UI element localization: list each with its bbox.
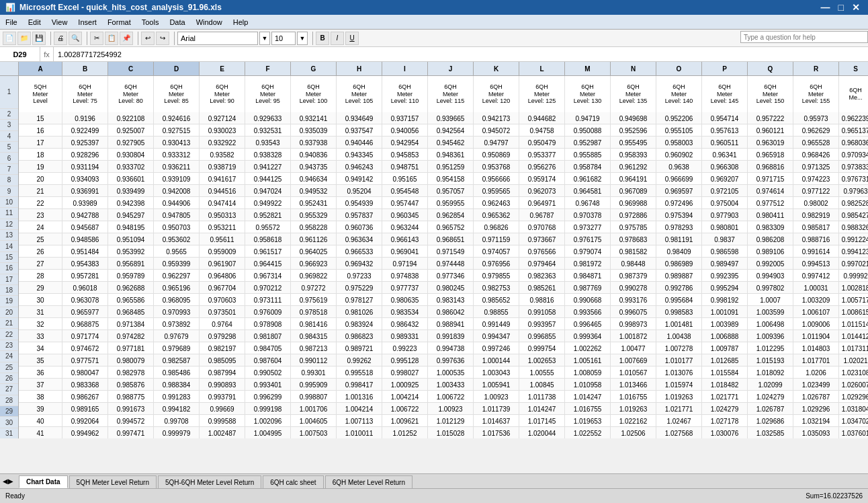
cell[interactable]: 0.952987 xyxy=(565,137,611,149)
cell[interactable]: 1.024279 xyxy=(748,391,793,403)
cell[interactable]: 1.009787 xyxy=(702,342,748,354)
cell[interactable]: 0.936211 xyxy=(154,161,200,173)
cell[interactable]: 0.983309 xyxy=(748,221,793,233)
cell[interactable]: 0.944906 xyxy=(154,197,200,209)
cell[interactable]: 1.014412 xyxy=(839,330,868,342)
cell[interactable]: 0.953602 xyxy=(154,233,200,245)
cell[interactable]: 0.95611 xyxy=(200,233,245,245)
cell[interactable]: 0.980245 xyxy=(428,282,474,294)
cell[interactable]: 0.966923 xyxy=(291,258,337,270)
cell[interactable]: 0.977122 xyxy=(793,185,839,197)
cell[interactable]: 1.003209 xyxy=(793,294,839,306)
cell[interactable]: 0.994903 xyxy=(748,270,793,282)
cell[interactable]: 0.962463 xyxy=(474,197,519,209)
cell[interactable]: 0.965586 xyxy=(108,294,154,306)
cell[interactable]: 0.968875 xyxy=(62,318,108,330)
print-button[interactable]: 🖨 xyxy=(54,32,67,45)
cell[interactable]: 0.934649 xyxy=(337,112,382,124)
cell[interactable]: 0.996299 xyxy=(245,391,291,403)
cell[interactable]: 0.961126 xyxy=(291,233,337,245)
menu-data[interactable]: Data xyxy=(164,17,190,28)
cell[interactable]: 0.971325 xyxy=(793,161,839,173)
cell[interactable]: 0.985652 xyxy=(474,294,519,306)
cell[interactable]: 0.974282 xyxy=(108,330,154,342)
cell[interactable]: 0.986267 xyxy=(62,391,108,403)
cell[interactable]: 1.015193 xyxy=(748,354,793,366)
cell[interactable]: 0.942564 xyxy=(428,124,474,137)
cell[interactable]: 0.980635 xyxy=(382,294,428,306)
cell[interactable]: 0.966308 xyxy=(702,161,748,173)
cell[interactable]: 0.976009 xyxy=(245,306,291,318)
formula-content[interactable]: 1.00287717254992 xyxy=(54,50,868,59)
tab-6qh-calc[interactable]: 6QH calc sheet xyxy=(263,475,323,488)
cell[interactable]: 1.002818 xyxy=(839,282,868,294)
col-header-f[interactable]: F xyxy=(245,62,291,75)
col-header-q[interactable]: Q xyxy=(748,62,793,75)
cell[interactable]: 0.969988 xyxy=(611,197,656,209)
cell[interactable]: 0.99992 xyxy=(839,270,868,282)
cell[interactable]: 1.029296 xyxy=(839,391,868,403)
cell[interactable]: 0.944516 xyxy=(200,185,245,197)
cell[interactable]: 0.99669 xyxy=(200,403,245,415)
cell[interactable]: 0.948751 xyxy=(382,161,428,173)
cell[interactable]: 0.988716 xyxy=(793,233,839,245)
col-header-a[interactable]: A xyxy=(19,62,62,75)
cell[interactable]: 0.994182 xyxy=(154,403,200,415)
cell[interactable]: 0.996465 xyxy=(565,318,611,330)
cell[interactable]: 0.949142 xyxy=(337,173,382,185)
cell[interactable]: 0.987604 xyxy=(245,354,291,366)
cell[interactable]: 0.927124 xyxy=(200,112,245,124)
cell[interactable]: 0.9565 xyxy=(154,245,200,258)
cell[interactable]: 0.94719 xyxy=(565,112,611,124)
col-header-p[interactable]: P xyxy=(702,62,748,75)
cell[interactable]: 0.942398 xyxy=(108,197,154,209)
cell[interactable]: 0.935039 xyxy=(291,124,337,137)
cell[interactable]: 0.978127 xyxy=(337,294,382,306)
cell[interactable]: 0.972886 xyxy=(611,209,656,221)
cell[interactable]: 35 xyxy=(19,354,62,366)
cell[interactable]: 0.975004 xyxy=(702,197,748,209)
cell[interactable]: 0.97194 xyxy=(382,258,428,270)
cell-reference[interactable]: D29 xyxy=(0,47,40,62)
cell[interactable]: 20 xyxy=(19,173,62,185)
cell[interactable]: 0.938328 xyxy=(245,149,291,161)
cell[interactable]: 0.931194 xyxy=(62,161,108,173)
cell[interactable]: 1.00845 xyxy=(519,379,565,391)
cell[interactable]: 0.995518 xyxy=(337,366,382,379)
cell[interactable]: 0.963634 xyxy=(337,233,382,245)
cell[interactable]: 1.020044 xyxy=(519,427,565,438)
cell[interactable]: 0.997636 xyxy=(428,354,474,366)
col-header-j[interactable]: J xyxy=(428,62,474,75)
cell[interactable]: 1.013076 xyxy=(656,366,702,379)
cell[interactable]: 0.996855 xyxy=(519,330,565,342)
underline-button[interactable]: U xyxy=(345,32,359,45)
close-button[interactable]: ✕ xyxy=(849,2,863,13)
menu-tools[interactable]: Tools xyxy=(136,17,165,28)
cell[interactable]: 1.031804 xyxy=(839,403,868,415)
cell[interactable]: 1.026787 xyxy=(748,403,793,415)
cell[interactable]: 0.959565 xyxy=(474,185,519,197)
cell[interactable]: 0.958393 xyxy=(611,149,656,161)
menu-file[interactable]: File xyxy=(0,17,23,28)
cell[interactable]: 0.942954 xyxy=(382,137,428,149)
cell[interactable]: 0.99708 xyxy=(154,415,200,427)
cell[interactable]: 0.955105 xyxy=(656,124,702,137)
cell[interactable]: 0.974614 xyxy=(748,185,793,197)
cell[interactable]: 1.010567 xyxy=(611,366,656,379)
cell[interactable]: 0.970378 xyxy=(565,209,611,221)
cell[interactable]: 0.94797 xyxy=(474,137,519,149)
bold-button[interactable]: B xyxy=(316,32,329,45)
cell[interactable]: 17 xyxy=(19,137,62,149)
maximize-button[interactable]: □ xyxy=(836,2,847,13)
cell[interactable]: 1.021771 xyxy=(656,403,702,415)
cell[interactable]: 0.970934 xyxy=(839,149,868,161)
cell[interactable]: 0.93543 xyxy=(245,137,291,149)
cell[interactable]: 0.992786 xyxy=(656,282,702,294)
cell[interactable]: 0.983924 xyxy=(337,318,382,330)
cell[interactable]: 1.013466 xyxy=(611,379,656,391)
cell[interactable]: 0.989887 xyxy=(656,270,702,282)
cell[interactable]: 0.981972 xyxy=(565,258,611,270)
cell[interactable]: 1.022552 xyxy=(565,427,611,438)
cell[interactable]: 0.946243 xyxy=(337,161,382,173)
cell[interactable]: 0.942008 xyxy=(154,185,200,197)
